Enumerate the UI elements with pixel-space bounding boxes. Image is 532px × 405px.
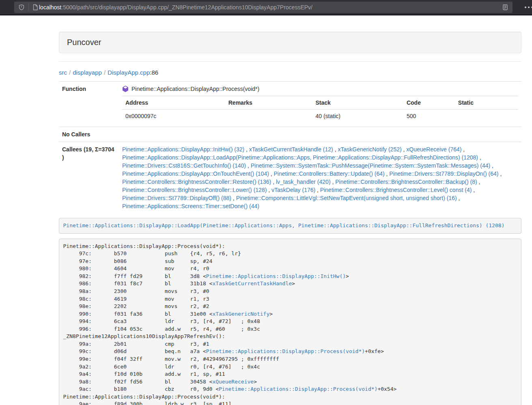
function-name: Pinetime::Applications::DisplayApp::Proc… (131, 85, 259, 93)
callee-link[interactable]: Pinetime::Controllers::BrightnessControl… (122, 187, 267, 193)
disasm-line: 982: f7ff fd29 bl 3d8 <Pinetime::Applica… (63, 273, 349, 279)
reader-mode-icon[interactable] (502, 4, 508, 11)
browser-toolbar: localhost:5000/path/src/displayapp/Displ… (0, 0, 532, 15)
page-actions-menu-icon[interactable] (523, 4, 532, 11)
url-text: localhost:5000/path/src/displayapp/Displ… (39, 4, 502, 11)
callees-label: Callees (19, Σ=3704 ) (59, 142, 119, 214)
app-title-panel: Puncover (59, 32, 521, 53)
disasm-symbol-link[interactable]: xQueueReceive (212, 379, 254, 385)
url-host: localhost (39, 4, 61, 11)
column-header-stack: Stack (312, 96, 403, 110)
disasm-line: 98c: 4619 mov r1, r3 (63, 296, 209, 302)
disasm-line: 9a4: f10d 010b add.w r1, sp, #11 (63, 371, 225, 377)
callee-link[interactable]: Pinetime::Controllers::BrightnessControl… (335, 179, 477, 185)
no-callers-content (119, 127, 521, 142)
highlighted-callee-box: Pinetime::Applications::DisplayApp::Load… (59, 218, 521, 234)
disasm-line: 980: 4604 mov r4, r0 (63, 265, 209, 271)
disasm-line: Pinetime::Applications::DisplayApp::Proc… (63, 394, 225, 400)
callee-link[interactable]: Pinetime::Controllers::BrightnessControl… (320, 187, 472, 193)
function-name-line: Pinetime::Applications::DisplayApp::Proc… (122, 85, 518, 93)
disasm-symbol-link[interactable]: Pinetime::Applications::DisplayApp::Init… (206, 273, 346, 279)
url-bar[interactable]: localhost:5000/path/src/displayapp/Displ… (14, 2, 513, 13)
breadcrumb-link-src[interactable]: src (59, 69, 67, 76)
breadcrumb: src/displayapp/DisplayApp.cpp:86 (59, 69, 521, 76)
callee-link[interactable]: Pinetime::Controllers::BrightnessControl… (122, 179, 271, 185)
disasm-line: 98e: 2202 movs r2, #2 (63, 303, 209, 309)
disasm-line: 996: f104 053c add.w r5, r4, #60 ; 0x3c (63, 326, 260, 332)
disasm-symbol-link[interactable]: xTaskGenericNotify (212, 311, 269, 317)
breadcrumb-separator: / (67, 69, 73, 76)
disasm-line: 9ac: b180 cbz r0, 9d0 <Pinetime::Applica… (63, 386, 397, 392)
disasm-line: 99a: 2b01 cmp r3, #1 (63, 341, 209, 347)
breadcrumb-link-displayapp[interactable]: displayapp (73, 69, 102, 76)
breadcrumb-link-file[interactable]: DisplayApp.cpp (108, 69, 150, 76)
disasm-line: 97c: b570 push {r4, r5, r6, lr} (63, 250, 241, 256)
disasm-symbol-link[interactable]: Pinetime::Applications::DisplayApp::Proc… (219, 386, 377, 392)
disasm-line: 990: f031 fa36 bl 31e00 <xTaskGenericNot… (63, 311, 273, 317)
column-header-remarks: Remarks (225, 96, 312, 110)
callee-link[interactable]: Pinetime::System::SystemTask::PushMessag… (251, 162, 491, 169)
detail-header-row: Address Remarks Stack Code Static (122, 96, 518, 110)
callee-link[interactable]: Pinetime::Applications::Screens::Timer::… (122, 203, 259, 209)
disasm-line: Pinetime::Applications::DisplayApp::Proc… (63, 243, 225, 249)
page-info-icon[interactable] (32, 4, 38, 11)
disasm-line: 9ae: f89d 300b ldrb.w r3, [sp, #11] (63, 401, 232, 405)
symbol-cube-icon (122, 86, 129, 92)
column-header-code: Code (403, 96, 455, 110)
callees-list: Pinetime::Applications::DisplayApp::Init… (119, 142, 521, 214)
disasm-symbol-link[interactable]: xTaskGetCurrentTaskHandle (212, 280, 292, 287)
cell-address: 0x0000097c (122, 110, 225, 124)
callee-link[interactable]: xTaskGetCurrentTaskHandle (12) (249, 146, 333, 153)
function-table: Function Pinetime::Applications::Display… (59, 81, 521, 213)
tracking-protection-shield-icon[interactable] (18, 4, 25, 11)
no-callers-row: No Callers (59, 127, 521, 142)
divider (59, 61, 521, 62)
callee-link[interactable]: Pinetime::Drivers::Cst816S::GetTouchInfo… (122, 162, 246, 169)
callee-link[interactable]: Pinetime::Controllers::Battery::Update()… (274, 170, 385, 177)
column-header-address: Address (122, 96, 225, 110)
function-row-label: Function (59, 82, 119, 127)
detail-value-row: 0x0000097c 40 (static) 500 (122, 110, 518, 124)
callee-link[interactable]: Pinetime::Drivers::St7789::DisplayOff() … (122, 195, 231, 201)
callee-link[interactable]: xTaskGenericNotify (252) (338, 146, 401, 153)
cell-code: 500 (403, 110, 455, 124)
column-header-static: Static (455, 96, 518, 110)
no-callers-label: No Callers (59, 127, 119, 142)
callee-link[interactable]: Pinetime::Components::LittleVgl::SetNewT… (236, 195, 457, 201)
function-row-content: Pinetime::Applications::DisplayApp::Proc… (119, 82, 521, 127)
function-row: Function Pinetime::Applications::Display… (59, 82, 521, 127)
cell-stack: 40 (static) (312, 110, 403, 124)
disasm-symbol-link[interactable]: Pinetime::Applications::DisplayApp::Proc… (206, 348, 365, 354)
callee-link[interactable]: Pinetime::Applications::DisplayApp::OnTo… (122, 170, 269, 177)
callee-link[interactable]: lv_task_handler (420) (276, 179, 331, 185)
url-path: :5000/path/src/displayapp/DisplayApp.cpp… (61, 4, 312, 11)
disasm-line: 99e: f04f 32ff mov.w r2, #4294967295 ; 0… (63, 356, 279, 362)
disasm-line: 98a: 2300 movs r3, #0 (63, 288, 209, 294)
disasm-line: 994: 6ca3 ldr r3, [r4, #72] ; 0x48 (63, 318, 260, 324)
disasm-line: 9a2: 6ce0 ldr r0, [r4, #76] ; 0x4c (63, 364, 260, 370)
disasm-line: 986: f031 f8c7 bl 31b18 <xTaskGetCurrent… (63, 280, 295, 287)
page-content: Puncover src/displayapp/DisplayApp.cpp:8… (59, 15, 521, 405)
loadapp-callee-link[interactable]: Pinetime::Applications::DisplayApp::Load… (63, 222, 505, 228)
page-title: Puncover (67, 38, 101, 47)
disasm-line: _ZN8Pinetime12Applications10DisplayApp7R… (63, 333, 225, 339)
callee-link[interactable]: Pinetime::Applications::DisplayApp::Load… (122, 154, 478, 161)
disasm-line: 97e: b086 sub sp, #24 (63, 258, 213, 264)
breadcrumb-line-number: :86 (150, 69, 158, 76)
breadcrumb-separator: / (102, 69, 108, 76)
disasm-line: 9a8: f02f fd56 bl 30458 <xQueueReceive> (63, 379, 257, 385)
callee-link[interactable]: vTaskDelay (176) (271, 187, 315, 193)
callee-link[interactable]: xQueueReceive (764) (406, 146, 461, 153)
function-detail-table: Address Remarks Stack Code Static 0x0000… (122, 96, 518, 123)
urlbar-divider (28, 4, 29, 11)
callees-row: Callees (19, Σ=3704 ) Pinetime::Applicat… (59, 142, 521, 214)
cell-static (455, 110, 518, 124)
callee-link[interactable]: Pinetime::Applications::DisplayApp::Init… (122, 146, 244, 153)
cell-remarks (225, 110, 312, 124)
disassembly-listing: Pinetime::Applications::DisplayApp::Proc… (59, 239, 521, 405)
callee-link[interactable]: Pinetime::Drivers::St7789::DisplayOn() (… (389, 170, 498, 177)
disasm-line: 99c: d06d beq.n a7a <Pinetime::Applicati… (63, 348, 384, 354)
